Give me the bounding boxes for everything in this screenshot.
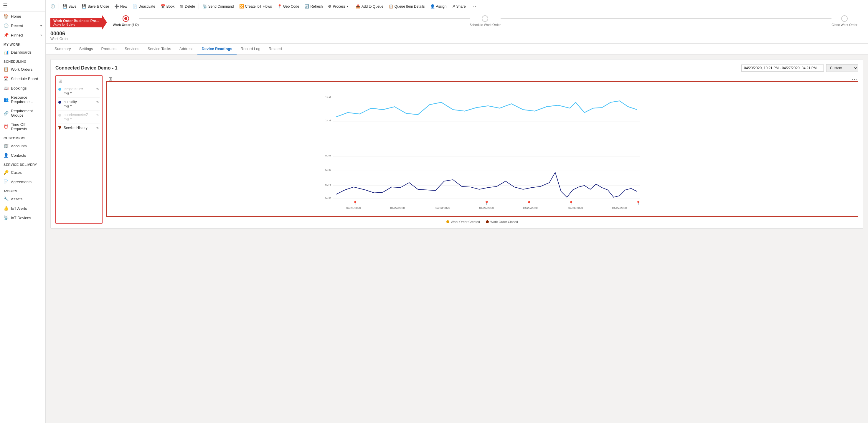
sidebar-item-label: Assets	[11, 197, 42, 201]
add-to-queue-label: Add to Queue	[362, 4, 383, 8]
new-button[interactable]: ➕ New	[112, 2, 130, 10]
eye-icon[interactable]: 👁	[96, 100, 100, 104]
delete-button[interactable]: 🗑 Delete	[177, 2, 197, 10]
history-icon: 🕐	[51, 4, 55, 8]
sidebar-item-dashboards[interactable]: 📊 Dashboards	[0, 47, 45, 57]
svg-text:04/26/2020: 04/26/2020	[568, 206, 583, 209]
tab-settings[interactable]: Settings	[75, 43, 97, 55]
svg-text:📍: 📍	[569, 201, 574, 206]
sidebar-item-assets[interactable]: 🔧 Assets	[0, 194, 45, 203]
send-command-button[interactable]: 📡 Send Command	[200, 2, 236, 10]
sidebar-item-requirement-groups[interactable]: 🔗 Requirement Groups	[0, 106, 45, 120]
sidebar-item-bookings[interactable]: 📖 Bookings	[0, 84, 45, 93]
assign-label: Assign	[436, 4, 447, 8]
chevron-down-icon[interactable]: ▾	[70, 104, 72, 108]
deactivate-button[interactable]: 📄 Deactivate	[130, 2, 158, 10]
tabs-bar: Summary Settings Products Services Servi…	[46, 43, 868, 55]
send-command-icon: 📡	[203, 4, 207, 8]
sidebar-item-accounts[interactable]: 🏢 Accounts	[0, 141, 45, 151]
chevron-down-icon[interactable]: ▾	[70, 91, 72, 95]
sidebar-item-iot-devices[interactable]: 📡 IoT Devices	[0, 213, 45, 222]
work-order-closed-dot	[486, 220, 489, 223]
content-area: Connected Device Demo - 1 Custom Last 7 …	[46, 55, 868, 423]
layers-icon[interactable]: ⊞	[58, 78, 100, 84]
sidebar-item-label: Accounts	[11, 144, 42, 148]
tab-services[interactable]: Services	[121, 43, 144, 55]
humidity-label: humidity	[64, 100, 94, 104]
tab-related[interactable]: Related	[265, 43, 286, 55]
work-order-created-dot	[446, 220, 449, 223]
legend-item-accelerometerz: accelerometerZ avg ▾ 👁	[58, 111, 100, 122]
chevron-down-icon[interactable]: ▾	[70, 117, 72, 121]
temperature-sub: avg ▾	[64, 91, 94, 95]
deactivate-label: Deactivate	[138, 4, 155, 8]
sidebar-item-work-orders[interactable]: 📋 Work Orders	[0, 65, 45, 74]
process-button[interactable]: ⚙ Process ▾	[326, 2, 350, 10]
svg-text:📍: 📍	[484, 201, 489, 206]
eye-icon[interactable]: 👁	[96, 126, 100, 130]
accounts-icon: 🏢	[3, 143, 8, 148]
save-button[interactable]: 💾 Save	[60, 2, 79, 10]
chart-layers-icon[interactable]: ⊞	[108, 76, 112, 82]
queue-item-details-button[interactable]: 📋 Queue Item Details	[386, 2, 427, 10]
active-stage-banner[interactable]: Work Order Business Pro... Active for 6 …	[51, 18, 102, 27]
save-close-button[interactable]: 💾 Save & Close	[79, 2, 112, 10]
date-range-input[interactable]	[741, 65, 824, 72]
work-orders-icon: 📋	[3, 67, 8, 72]
chart-body: ⊞ temperature avg ▾ 👁	[55, 75, 858, 224]
tab-record-log[interactable]: Record Log	[237, 43, 265, 55]
refresh-button[interactable]: 🔄 Refresh	[302, 2, 325, 10]
tab-address[interactable]: Address	[175, 43, 198, 55]
tab-service-tasks[interactable]: Service Tasks	[144, 43, 175, 55]
sidebar-item-label: Contacts	[11, 153, 42, 158]
eye-icon[interactable]: 👁	[96, 87, 100, 91]
sidebar-item-iot-alerts[interactable]: 🔔 IoT Alerts	[0, 203, 45, 213]
chart-more-icon[interactable]: ⋯	[852, 76, 857, 83]
queue-item-details-label: Queue Item Details	[395, 4, 425, 8]
sidebar-item-time-off-requests[interactable]: ⏰ Time Off Requests	[0, 120, 45, 133]
sidebar-item-label: Time Off Requests	[11, 122, 42, 131]
more-button[interactable]: ⋯	[469, 1, 479, 11]
sidebar-item-resource-requirements[interactable]: 👥 Resource Requireme...	[0, 93, 45, 106]
time-off-icon: ⏰	[3, 124, 8, 129]
add-to-queue-button[interactable]: 📥 Add to Queue	[353, 2, 386, 10]
sidebar-item-label: Work Orders	[11, 67, 42, 72]
svg-text:04/24/2020: 04/24/2020	[479, 206, 494, 209]
service-history-label: Service History	[64, 126, 94, 130]
record-type: Work Order	[51, 37, 863, 41]
sidebar-item-agreements[interactable]: 📄 Agreements	[0, 177, 45, 187]
geo-code-label: Geo Code	[283, 4, 299, 8]
hamburger-icon[interactable]: ☰	[3, 3, 8, 8]
step2-label: Schedule Work Order	[470, 23, 501, 27]
share-icon: ↗	[452, 4, 455, 8]
book-icon: 📅	[161, 4, 165, 8]
sidebar-item-label: Recent	[11, 24, 38, 28]
tab-products[interactable]: Products	[97, 43, 121, 55]
deactivate-icon: 📄	[132, 4, 137, 8]
svg-text:04/22/2020: 04/22/2020	[390, 206, 405, 209]
sidebar-item-cases[interactable]: 🔑 Cases	[0, 168, 45, 177]
stage-subtitle: Active for 6 days	[53, 23, 99, 26]
tab-summary[interactable]: Summary	[51, 43, 75, 55]
tab-device-readings[interactable]: Device Readings	[197, 43, 236, 55]
book-button[interactable]: 📅 Book	[158, 2, 177, 10]
chevron-down-icon: ▾	[40, 24, 42, 27]
preset-select[interactable]: Custom Last 7 Days Last 30 Days	[826, 64, 858, 72]
eye-icon[interactable]: 👁	[96, 113, 100, 117]
sidebar-item-recent[interactable]: 🕒 Recent ▾	[0, 21, 45, 30]
sidebar-section-scheduling: Scheduling	[0, 57, 45, 65]
create-iot-flows-button[interactable]: 🔀 Create IoT Flows	[237, 2, 274, 10]
sidebar-item-contacts[interactable]: 👤 Contacts	[0, 151, 45, 160]
chart-card: Connected Device Demo - 1 Custom Last 7 …	[51, 59, 863, 229]
geo-code-button[interactable]: 📍 Geo Code	[275, 2, 302, 10]
process-label: Process	[333, 4, 345, 8]
sidebar-item-schedule-board[interactable]: 📅 Schedule Board	[0, 74, 45, 84]
sidebar-item-home[interactable]: 🏠 Home	[0, 11, 45, 21]
history-button[interactable]: 🕐	[48, 2, 58, 10]
share-button[interactable]: ↗ Share	[450, 2, 468, 10]
legend-item-temperature: temperature avg ▾ 👁	[58, 86, 100, 96]
sidebar-item-pinned[interactable]: 📌 Pinned ▾	[0, 30, 45, 40]
svg-text:04/27/2020: 04/27/2020	[612, 206, 627, 209]
sidebar-item-label: Resource Requireme...	[11, 95, 42, 104]
assign-button[interactable]: 👤 Assign	[428, 2, 449, 10]
